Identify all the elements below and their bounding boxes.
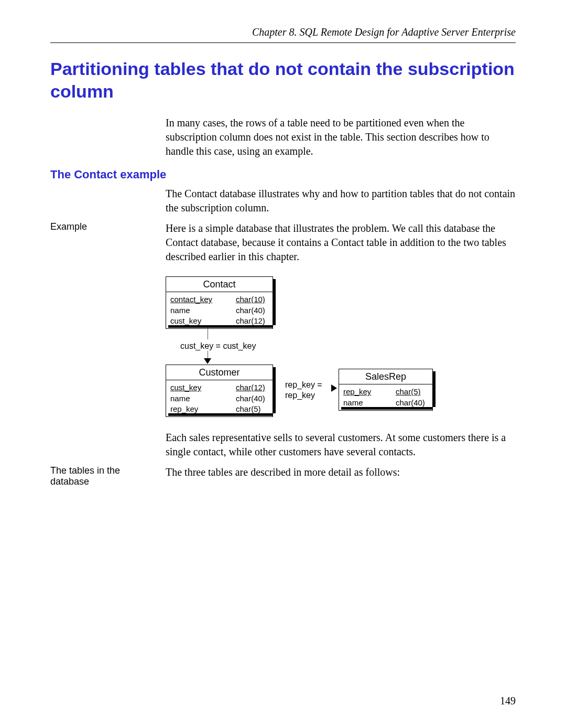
contact-col-0-name: contact_key — [170, 294, 236, 305]
shadow — [433, 371, 436, 407]
example-text: Here is a simple database that illustrat… — [166, 221, 516, 264]
margin-example-label: Example — [50, 221, 166, 264]
margin-tables-label: The tables in the database — [50, 465, 166, 487]
rel-customer-salesrep-2: rep_key — [285, 390, 315, 401]
intro-row: In many cases, the rows of a table need … — [50, 116, 516, 158]
customer-col-2-name: rep_key — [170, 404, 236, 414]
contact-col-2-name: cust_key — [170, 316, 236, 326]
arrow-down-icon — [204, 358, 211, 364]
page-title: Partitioning tables that do not contain … — [50, 58, 516, 102]
page-number: 149 — [500, 695, 516, 707]
shadow — [273, 279, 276, 325]
diagram-row: Contact contact_keychar(10) namechar(40)… — [50, 270, 516, 459]
entity-contact-title: Contact — [166, 276, 273, 292]
er-diagram: Contact contact_keychar(10) namechar(40)… — [166, 276, 438, 423]
shadow — [168, 325, 273, 328]
page: Chapter 8. SQL Remote Design for Adaptiv… — [0, 0, 566, 728]
salesrep-col-1-name: name — [343, 398, 396, 408]
section-heading: The Contact example — [50, 168, 516, 181]
margin-blank-2 — [50, 187, 166, 215]
shadow — [341, 407, 433, 410]
entity-salesrep-title: SalesRep — [339, 369, 433, 384]
entity-customer: Customer cust_keychar(12) namechar(40) r… — [166, 365, 273, 417]
arrow-right-icon — [331, 384, 337, 392]
margin-blank — [50, 116, 166, 158]
salesrep-col-0-type: char(5) — [396, 387, 428, 397]
contact-col-0-type: char(10) — [236, 294, 268, 305]
entity-contact-body: contact_keychar(10) namechar(40) cust_ke… — [166, 292, 273, 329]
customer-col-1-type: char(40) — [236, 393, 268, 404]
header-rule — [50, 42, 516, 43]
rel-contact-customer: cust_key = cust_key — [180, 340, 256, 352]
section-intro-row: The Contact database illustrates why and… — [50, 187, 516, 215]
example-row: Example Here is a simple database that i… — [50, 221, 516, 264]
connector-line-2 — [208, 351, 208, 358]
customer-col-0-name: cust_key — [170, 382, 236, 393]
shadow — [273, 367, 276, 413]
after-diagram-text: Each sales representative sells to sever… — [166, 431, 516, 459]
entity-customer-body: cust_keychar(12) namechar(40) rep_keycha… — [166, 380, 273, 417]
rel-customer-salesrep-1: rep_key = — [285, 379, 322, 391]
running-header: Chapter 8. SQL Remote Design for Adaptiv… — [50, 26, 516, 42]
entity-salesrep: SalesRep rep_keychar(5) namechar(40) — [339, 369, 433, 411]
contact-col-1-type: char(40) — [236, 305, 268, 316]
diagram-wrapper: Contact contact_keychar(10) namechar(40)… — [166, 270, 516, 459]
entity-contact: Contact contact_keychar(10) namechar(40)… — [166, 276, 273, 329]
customer-col-0-type: char(12) — [236, 382, 268, 393]
customer-col-2-type: char(5) — [236, 404, 268, 414]
section-intro-text: The Contact database illustrates why and… — [166, 187, 516, 215]
contact-col-2-type: char(12) — [236, 316, 268, 326]
salesrep-col-1-type: char(40) — [396, 398, 428, 408]
intro-text: In many cases, the rows of a table need … — [166, 116, 516, 158]
entity-customer-title: Customer — [166, 365, 273, 380]
salesrep-col-0-name: rep_key — [343, 387, 396, 397]
contact-col-1-name: name — [170, 305, 236, 316]
connector-line — [208, 328, 208, 339]
margin-blank-3 — [50, 270, 166, 459]
tables-text: The three tables are described in more d… — [166, 465, 516, 487]
shadow — [168, 413, 273, 416]
customer-col-1-name: name — [170, 393, 236, 404]
tables-row: The tables in the database The three tab… — [50, 465, 516, 487]
